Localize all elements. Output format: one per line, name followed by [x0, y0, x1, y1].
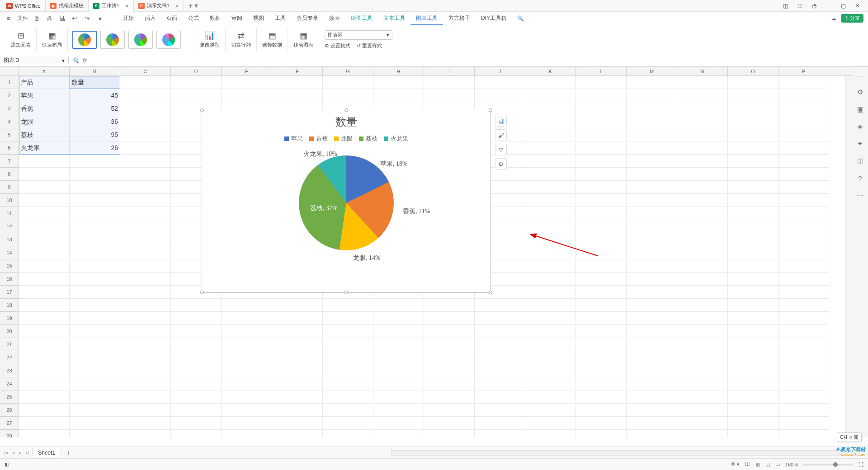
- cell[interactable]: [19, 207, 70, 220]
- cell[interactable]: [677, 312, 728, 325]
- cell[interactable]: [576, 273, 627, 286]
- chart-legend[interactable]: 苹果 香蕉 龙眼 荔枝 火龙果: [202, 135, 491, 143]
- col-header[interactable]: F: [272, 67, 323, 75]
- cell[interactable]: [70, 233, 120, 246]
- row-header[interactable]: 25: [0, 390, 19, 404]
- cell[interactable]: [323, 89, 373, 102]
- cell[interactable]: [19, 181, 70, 194]
- cell[interactable]: [576, 286, 627, 299]
- cell[interactable]: [627, 168, 677, 181]
- cell[interactable]: [424, 325, 475, 338]
- cell[interactable]: [424, 377, 475, 390]
- cell[interactable]: [120, 259, 171, 273]
- profile-icon[interactable]: ◔: [810, 2, 818, 10]
- cell[interactable]: [728, 325, 778, 338]
- row-header[interactable]: 19: [0, 312, 19, 325]
- cell[interactable]: [373, 312, 424, 325]
- cell[interactable]: [677, 430, 728, 437]
- menu-text-tools[interactable]: 文本工具: [378, 14, 410, 22]
- menu-vip[interactable]: 会员专享: [291, 14, 324, 22]
- sheet-tab-1[interactable]: Sheet1: [32, 448, 61, 457]
- cell[interactable]: [70, 325, 120, 338]
- cell[interactable]: [778, 286, 829, 299]
- cell[interactable]: [475, 377, 525, 390]
- menu-page[interactable]: 页面: [161, 14, 183, 22]
- close-window-icon[interactable]: ✕: [854, 2, 862, 10]
- horizontal-scrollbar[interactable]: [391, 450, 865, 456]
- cell[interactable]: [222, 390, 272, 404]
- menu-ffgz[interactable]: 方方格子: [443, 14, 476, 22]
- cell[interactable]: [120, 102, 171, 115]
- cell[interactable]: [778, 273, 829, 286]
- cell[interactable]: [778, 168, 829, 181]
- cell[interactable]: [677, 299, 728, 312]
- cell[interactable]: [525, 312, 576, 325]
- cell[interactable]: [120, 417, 171, 430]
- sheet-nav-next[interactable]: ▸: [18, 450, 23, 455]
- cell[interactable]: 龙眼: [19, 115, 70, 128]
- cell[interactable]: [728, 220, 778, 233]
- cell[interactable]: [120, 181, 171, 194]
- cell[interactable]: [728, 102, 778, 115]
- cell[interactable]: [627, 286, 677, 299]
- cell[interactable]: [19, 390, 70, 404]
- cell[interactable]: [778, 115, 829, 128]
- row-header[interactable]: 4: [0, 115, 19, 128]
- cell[interactable]: [373, 351, 424, 364]
- cell[interactable]: [323, 404, 373, 417]
- cell[interactable]: [778, 325, 829, 338]
- dropdown-icon[interactable]: ▾: [96, 15, 104, 22]
- pie-chart[interactable]: 苹果, 18% 香蕉, 21% 龙眼, 14% 荔枝, 37% 火龙果, 10%: [299, 155, 394, 250]
- cell[interactable]: [778, 141, 829, 155]
- row-header[interactable]: 28: [0, 430, 19, 437]
- save-icon[interactable]: 🗎: [33, 15, 41, 22]
- cell[interactable]: [627, 194, 677, 207]
- cell[interactable]: [424, 312, 475, 325]
- select-all-corner[interactable]: [0, 67, 19, 76]
- add-tab-button[interactable]: + ▾: [184, 1, 203, 10]
- cell[interactable]: [424, 351, 475, 364]
- cell[interactable]: [222, 299, 272, 312]
- menu-tools[interactable]: 工具: [269, 14, 291, 22]
- cell[interactable]: [677, 115, 728, 128]
- tab-template[interactable]: ◆ 找稻壳模板: [46, 0, 89, 12]
- cell[interactable]: [120, 141, 171, 155]
- cell[interactable]: [19, 364, 70, 377]
- cell[interactable]: [525, 351, 576, 364]
- cell[interactable]: [778, 351, 829, 364]
- row-header[interactable]: 5: [0, 128, 19, 141]
- cell[interactable]: [323, 351, 373, 364]
- layer-icon[interactable]: ▣: [856, 105, 865, 114]
- cell[interactable]: 产品: [19, 76, 70, 89]
- ribbon-change-type[interactable]: 📊 更改类型: [194, 28, 226, 52]
- row-header[interactable]: 1: [0, 76, 19, 89]
- cell[interactable]: [778, 89, 829, 102]
- cell[interactable]: [576, 364, 627, 377]
- cell[interactable]: [576, 430, 627, 437]
- cell[interactable]: [677, 246, 728, 259]
- cell[interactable]: [627, 246, 677, 259]
- cell[interactable]: [19, 246, 70, 259]
- cell[interactable]: [222, 364, 272, 377]
- cell[interactable]: [475, 390, 525, 404]
- cell[interactable]: [677, 233, 728, 246]
- cell[interactable]: [778, 181, 829, 194]
- cell[interactable]: [373, 338, 424, 351]
- cell[interactable]: [475, 325, 525, 338]
- cube-icon[interactable]: ⬡: [796, 2, 804, 10]
- cell[interactable]: [424, 76, 475, 89]
- cell[interactable]: [272, 76, 323, 89]
- cell[interactable]: [424, 430, 475, 437]
- row-header[interactable]: 9: [0, 181, 19, 194]
- preview-icon[interactable]: 🖶: [58, 15, 66, 22]
- cell[interactable]: [70, 390, 120, 404]
- cell[interactable]: [778, 312, 829, 325]
- cell[interactable]: [728, 273, 778, 286]
- cell[interactable]: [424, 417, 475, 430]
- cell[interactable]: [677, 390, 728, 404]
- cell[interactable]: [272, 89, 323, 102]
- col-header[interactable]: K: [525, 67, 576, 75]
- cell[interactable]: [475, 338, 525, 351]
- chart-title[interactable]: 数量: [202, 115, 491, 129]
- cell[interactable]: [120, 168, 171, 181]
